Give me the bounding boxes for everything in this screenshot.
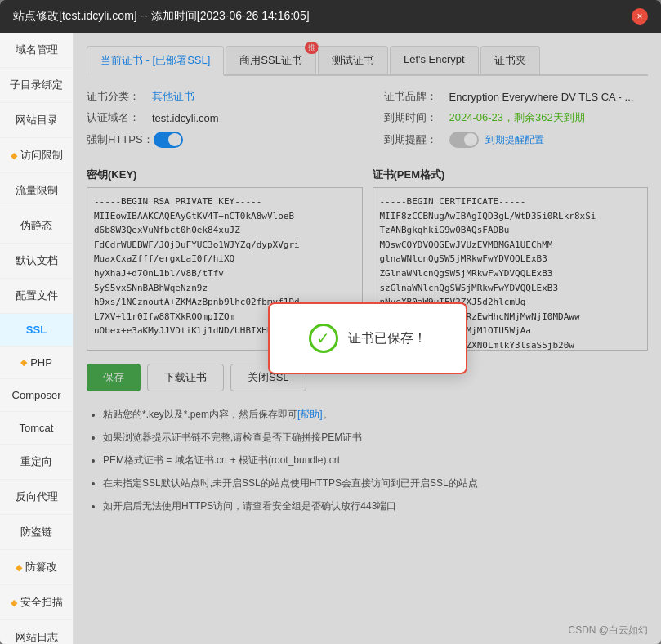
- modal-title: 站点修改[test.idcyli.com] -- 添加时间[2023-06-26…: [13, 9, 310, 24]
- toast: ✓ 证书已保存！: [268, 302, 467, 374]
- sidebar-item-php[interactable]: ◆ PHP: [0, 347, 73, 379]
- sidebar-item-security-scan[interactable]: ◆ 安全扫描: [0, 585, 73, 620]
- sidebar-item-website-log[interactable]: 网站日志: [0, 620, 73, 644]
- main-content: 当前证书 - [已部署SSL] 商用SSL证书 推 测试证书 Let's Enc…: [74, 33, 661, 644]
- sidebar: 域名管理 子目录绑定 网站目录 ◆ 访问限制 流量限制 伪静态: [0, 33, 74, 644]
- sidebar-item-composer[interactable]: Composer: [0, 379, 73, 412]
- main-modal: 站点修改[test.idcyli.com] -- 添加时间[2023-06-26…: [0, 0, 661, 644]
- diamond-icon-scan: ◆: [11, 597, 17, 608]
- sidebar-item-redirect[interactable]: 重定向: [0, 445, 73, 480]
- diamond-icon-php: ◆: [20, 357, 27, 368]
- diamond-icon: ◆: [11, 150, 17, 161]
- toast-text: 证书已保存！: [348, 330, 427, 347]
- sidebar-item-ssl[interactable]: SSL: [0, 314, 73, 347]
- sidebar-item-tamper-proof[interactable]: ◆ 防篡改: [0, 550, 73, 585]
- sidebar-item-pseudo-static[interactable]: 伪静态: [0, 208, 73, 244]
- sidebar-item-reverse-proxy[interactable]: 反向代理: [0, 480, 73, 515]
- sidebar-item-default-docs[interactable]: 默认文档: [0, 244, 73, 279]
- close-button[interactable]: ×: [632, 8, 648, 25]
- sidebar-item-tomcat[interactable]: Tomcat: [0, 412, 73, 445]
- toast-overlay: ✓ 证书已保存！: [74, 33, 661, 644]
- sidebar-item-traffic-limit[interactable]: 流量限制: [0, 173, 73, 208]
- modal-header: 站点修改[test.idcyli.com] -- 添加时间[2023-06-26…: [0, 0, 661, 33]
- sidebar-item-hotlink-protect[interactable]: 防盗链: [0, 515, 73, 550]
- toast-check-icon: ✓: [309, 324, 338, 353]
- sidebar-item-website-dir[interactable]: 网站目录: [0, 103, 73, 138]
- sidebar-item-domain-management[interactable]: 域名管理: [0, 33, 73, 68]
- sidebar-item-access-control[interactable]: ◆ 访问限制: [0, 138, 73, 173]
- diamond-icon-tamper: ◆: [16, 562, 22, 573]
- modal-overlay: 站点修改[test.idcyli.com] -- 添加时间[2023-06-26…: [0, 0, 661, 644]
- sidebar-item-subdir-binding[interactable]: 子目录绑定: [0, 68, 73, 103]
- sidebar-item-config-file[interactable]: 配置文件: [0, 279, 73, 314]
- modal-body: 域名管理 子目录绑定 网站目录 ◆ 访问限制 流量限制 伪静态: [0, 33, 661, 644]
